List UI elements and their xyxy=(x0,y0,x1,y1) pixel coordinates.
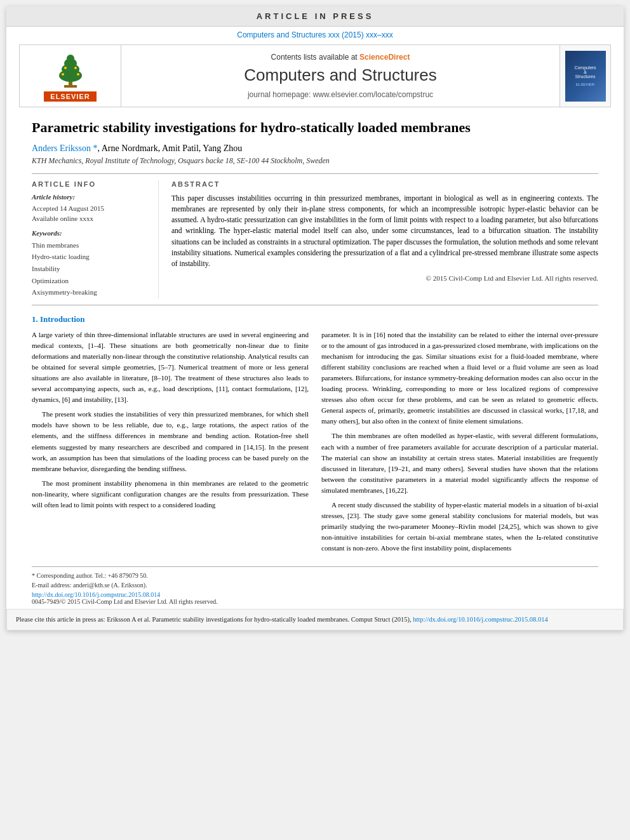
journal-thumbnail-area: Computers & Structures ELSEVIER xyxy=(560,45,610,107)
keyword-3: Optimization xyxy=(32,275,148,287)
intro-r1: parameter. It is in [16] noted that the … xyxy=(321,330,598,427)
thumb-sub: ELSEVIER xyxy=(576,83,594,86)
journal-header-center: Contents lists available at ScienceDirec… xyxy=(121,45,560,107)
thumb-line2: & xyxy=(584,70,587,74)
article-history-title: Article history: xyxy=(32,193,148,201)
homepage-url[interactable]: www.elsevier.com/locate/compstruc xyxy=(313,90,433,99)
elsevier-logo-area: ELSEVIER xyxy=(20,45,121,107)
citation-box: Please cite this article in press as: Er… xyxy=(6,609,624,630)
introduction-section: 1. Introduction A large variety of thin … xyxy=(32,314,598,557)
keywords-list: Thin membranes Hydro-static loading Inst… xyxy=(32,239,148,298)
journal-title-display: Computers and Structures xyxy=(244,65,436,85)
thumb-line1: Computers xyxy=(574,65,596,70)
article-title: Parametric stability investigations for … xyxy=(32,119,598,137)
abstract-copyright: © 2015 Civil-Comp Ltd and Elsevier Ltd. … xyxy=(171,274,598,282)
svg-point-6 xyxy=(62,73,64,76)
elsevier-logo: ELSEVIER xyxy=(44,53,96,102)
sciencedirect-link[interactable]: ScienceDirect xyxy=(359,53,410,62)
intro-col-left: A large variety of thin three-dimensiona… xyxy=(32,330,309,557)
svg-point-7 xyxy=(77,73,79,76)
journal-thumbnail: Computers & Structures ELSEVIER xyxy=(565,51,606,102)
citation-link[interactable]: http://dx.doi.org/10.1016/j.compstruc.20… xyxy=(413,616,547,623)
footer-copyright: 0045-7949/© 2015 Civil-Comp Ltd and Else… xyxy=(32,598,598,605)
intro-r2: The thin membranes are often modelled as… xyxy=(321,430,598,495)
keyword-2: Instability xyxy=(32,263,148,275)
thumb-line3: Structures xyxy=(575,74,596,79)
author-eriksson[interactable]: Anders Eriksson * xyxy=(32,143,97,153)
footnotes: * Corresponding author. Tel.: +46 879079… xyxy=(32,566,598,605)
divider-1 xyxy=(32,173,598,174)
footnote-corresponding: * Corresponding author. Tel.: +46 879079… xyxy=(32,571,598,580)
contents-text: Contents lists available at xyxy=(271,53,358,62)
intro-p3: The most prominent instability phenomena… xyxy=(32,478,309,510)
author-nordmark: Arne Nordmark, Amit Patil, Yang Zhou xyxy=(102,143,243,153)
elsevier-tree-icon xyxy=(45,53,96,91)
svg-point-8 xyxy=(64,67,67,69)
doi-link[interactable]: http://dx.doi.org/10.1016/j.compstruc.20… xyxy=(32,591,598,598)
article-in-press-banner: ARTICLE IN PRESS xyxy=(6,6,624,27)
abstract-column: ABSTRACT This paper discusses instabilit… xyxy=(171,180,598,298)
info-abstract-section: ARTICLE INFO Article history: Accepted 1… xyxy=(32,180,598,298)
homepage-label: journal homepage: xyxy=(248,90,311,99)
authors-line: Anders Eriksson *, Arne Nordmark, Amit P… xyxy=(32,143,598,154)
journal-ref-line: Computers and Structures xxx (2015) xxx–… xyxy=(6,27,624,42)
intro-left-text: A large variety of thin three-dimensiona… xyxy=(32,330,309,510)
keyword-0: Thin membranes xyxy=(32,239,148,251)
intro-r3: A recent study discussed the stability o… xyxy=(321,500,598,554)
svg-point-9 xyxy=(74,67,77,69)
intro-heading: 1. Introduction xyxy=(32,314,598,324)
footnote-email: E-mail address: anderi@kth.se (A. Erikss… xyxy=(32,580,598,590)
article-info-column: ARTICLE INFO Article history: Accepted 1… xyxy=(32,180,159,298)
intro-right-text: parameter. It is in [16] noted that the … xyxy=(321,330,598,554)
divider-2 xyxy=(32,305,598,305)
keyword-4: Axisymmetry-breaking xyxy=(32,286,148,298)
homepage-line: journal homepage: www.elsevier.com/locat… xyxy=(248,90,433,99)
accepted-date: Accepted 14 August 2015 xyxy=(32,203,148,214)
affiliation: KTH Mechanics, Royal Institute of Techno… xyxy=(32,156,598,166)
article-info-title: ARTICLE INFO xyxy=(32,180,148,188)
intro-two-col: A large variety of thin three-dimensiona… xyxy=(32,330,598,557)
available-online: Available online xxxx xyxy=(32,213,148,224)
elsevier-label: ELSEVIER xyxy=(44,91,96,102)
svg-point-5 xyxy=(67,55,74,62)
sciencedirect-line: Contents lists available at ScienceDirec… xyxy=(271,53,410,62)
intro-p2: The present work studies the instabiliti… xyxy=(32,409,309,474)
abstract-title: ABSTRACT xyxy=(171,180,598,188)
intro-col-right: parameter. It is in [16] noted that the … xyxy=(321,330,598,557)
keywords-title: Keywords: xyxy=(32,229,148,237)
main-content: Parametric stability investigations for … xyxy=(6,119,624,605)
abstract-text: This paper discusses instabilities occur… xyxy=(171,193,598,270)
intro-p1: A large variety of thin three-dimensiona… xyxy=(32,330,309,405)
keyword-1: Hydro-static loading xyxy=(32,251,148,263)
journal-header: ELSEVIER Contents lists available at Sci… xyxy=(19,44,611,107)
citation-text: Please cite this article in press as: Er… xyxy=(16,616,412,623)
